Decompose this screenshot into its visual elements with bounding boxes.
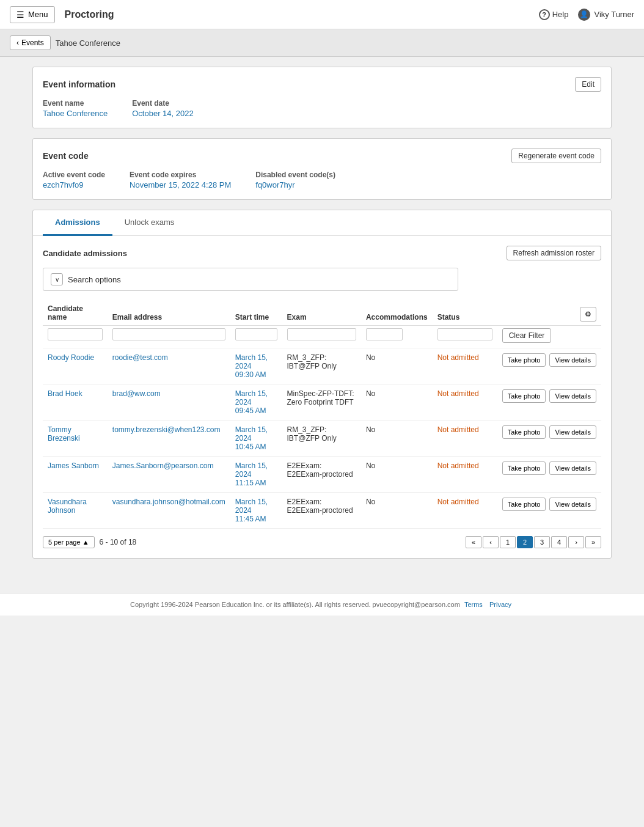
candidate-exam-cell: MinSpec-ZFP-TDFT: Zero Footprint TDFT (282, 384, 361, 421)
filter-candidate-name-input[interactable] (48, 328, 103, 340)
pagination-first-button[interactable]: « (466, 536, 481, 548)
clear-filter-button[interactable]: Clear Filter (502, 328, 552, 343)
candidate-name: Vasundhara Johnson (48, 498, 87, 515)
pagination-controls: « ‹ 1 2 3 4 › » (466, 536, 601, 548)
filter-status-input[interactable] (437, 328, 492, 340)
candidate-accommodations: No (366, 353, 375, 362)
candidate-email-cell: vasundhara.johnson@hotmail.com (108, 493, 230, 529)
event-name-label: Event name (43, 99, 108, 108)
filter-exam-input[interactable] (287, 328, 356, 340)
terms-link[interactable]: Terms (464, 601, 483, 608)
candidate-accommodations-cell: No (361, 493, 433, 529)
pagination-prev-button[interactable]: ‹ (483, 536, 499, 548)
candidate-name: Tommy Brezenski (48, 425, 80, 443)
per-page-arrow-icon: ▲ (82, 538, 89, 546)
candidate-exam: RM_3_ZFP: IBT@ZFP Only (287, 425, 337, 443)
take-photo-button[interactable]: Take photo (502, 425, 546, 439)
event-info-title: Event information (43, 79, 115, 89)
event-info-grid: Event name Tahoe Conference Event date O… (43, 99, 601, 118)
disabled-code-value: fq0wor7hyr (255, 180, 295, 189)
header-right: ? Help 👤 Viky Turner (539, 9, 634, 21)
take-photo-button[interactable]: Take photo (502, 389, 546, 403)
help-label: Help (552, 10, 569, 19)
table-row: Brad Hoek brad@ww.com March 15, 202409:4… (43, 384, 601, 421)
view-details-button[interactable]: View details (549, 425, 596, 439)
pagination-page-1-button[interactable]: 1 (500, 536, 516, 548)
candidate-start-time: March 15, 202411:15 AM (235, 461, 268, 487)
refresh-roster-button[interactable]: Refresh admission roster (507, 246, 601, 260)
filter-email-input[interactable] (112, 328, 225, 340)
table-row: Vasundhara Johnson vasundhara.johnson@ho… (43, 493, 601, 529)
candidate-actions-cell: Take photo View details (497, 457, 601, 493)
th-status: Status (433, 301, 497, 326)
candidate-email: tommy.brezenski@when123.com (112, 425, 221, 434)
menu-button[interactable]: ☰ Menu (10, 6, 55, 23)
pagination-next-button[interactable]: › (568, 536, 584, 548)
tab-admissions[interactable]: Admissions (43, 210, 112, 236)
view-details-button[interactable]: View details (549, 498, 596, 511)
pagination-page-3-button[interactable]: 3 (534, 536, 550, 548)
candidate-status: Not admitted (437, 498, 479, 506)
privacy-link[interactable]: Privacy (489, 601, 511, 608)
candidate-start-time-cell: March 15, 202411:45 AM (230, 493, 282, 529)
candidate-status-cell: Not admitted (433, 457, 497, 493)
th-start-time: Start time (230, 301, 282, 326)
per-page-button[interactable]: 5 per page ▲ (43, 536, 95, 548)
code-expires-item: Event code expires November 15, 2022 4:2… (130, 171, 231, 189)
code-expires-label: Event code expires (130, 171, 231, 179)
search-options-label: Search options (68, 275, 121, 284)
candidate-name-cell: Vasundhara Johnson (43, 493, 108, 529)
active-code-value: ezch7hvfo9 (43, 180, 84, 189)
candidate-start-time: March 15, 202409:30 AM (235, 353, 268, 379)
admissions-tab-content: Candidate admissions Refresh admission r… (33, 236, 611, 558)
column-filter-button[interactable]: ⚙ (580, 307, 596, 322)
tabs-header: Admissions Unlock exams (33, 210, 611, 236)
candidates-table-body: Roody Roodie roodie@test.com March 15, 2… (43, 348, 601, 529)
candidate-accommodations-cell: No (361, 457, 433, 493)
pagination-page-4-button[interactable]: 4 (551, 536, 567, 548)
breadcrumb-bar: ‹ Events Tahoe Conference (0, 29, 644, 57)
view-details-button[interactable]: View details (549, 389, 596, 403)
candidate-status-cell: Not admitted (433, 384, 497, 421)
candidate-email: brad@ww.com (112, 389, 161, 398)
pagination-last-button[interactable]: » (585, 536, 601, 548)
search-chevron-icon: ∨ (51, 273, 63, 285)
footer: Copyright 1996-2024 Pearson Education In… (0, 593, 644, 616)
table-row: James Sanborn James.Sanborn@pearson.com … (43, 457, 601, 493)
take-photo-button[interactable]: Take photo (502, 498, 546, 511)
candidate-status: Not admitted (437, 389, 479, 398)
filter-accommodations-input[interactable] (366, 328, 403, 340)
event-info-header: Event information Edit (43, 77, 601, 92)
candidate-name-cell: Tommy Brezenski (43, 421, 108, 457)
breadcrumb-back-label: Events (21, 39, 44, 47)
header-left: ☰ Menu Proctoring (10, 6, 114, 23)
candidate-accommodations-cell: No (361, 348, 433, 384)
candidate-exam-cell: E2EExam: E2EExam-proctored (282, 457, 361, 493)
regenerate-code-button[interactable]: Regenerate event code (511, 149, 601, 163)
view-details-button[interactable]: View details (549, 461, 596, 475)
candidate-action-buttons: Take photo View details (502, 353, 596, 367)
view-details-button[interactable]: View details (549, 353, 596, 367)
breadcrumb-back-button[interactable]: ‹ Events (10, 35, 51, 50)
admissions-table: Candidate name Email address Start time … (43, 301, 601, 529)
candidate-start-time-cell: March 15, 202410:45 AM (230, 421, 282, 457)
candidate-status: Not admitted (437, 461, 479, 470)
take-photo-button[interactable]: Take photo (502, 461, 546, 475)
take-photo-button[interactable]: Take photo (502, 353, 546, 367)
search-options-bar[interactable]: ∨ Search options (43, 268, 458, 291)
page-range-info: 6 - 10 of 18 (100, 538, 137, 546)
candidate-name-cell: James Sanborn (43, 457, 108, 493)
candidate-accommodations: No (366, 498, 375, 506)
help-link[interactable]: ? Help (539, 9, 569, 20)
th-exam: Exam (282, 301, 361, 326)
tab-unlock-exams[interactable]: Unlock exams (112, 210, 187, 236)
hamburger-icon: ☰ (16, 10, 24, 20)
edit-button[interactable]: Edit (575, 77, 601, 92)
candidate-name-cell: Brad Hoek (43, 384, 108, 421)
candidate-status-cell: Not admitted (433, 493, 497, 529)
pagination-page-2-button[interactable]: 2 (517, 536, 533, 548)
th-email: Email address (108, 301, 230, 326)
filter-start-time-input[interactable] (235, 328, 277, 340)
admissions-section-title: Candidate admissions (43, 249, 127, 258)
candidate-action-buttons: Take photo View details (502, 461, 596, 475)
